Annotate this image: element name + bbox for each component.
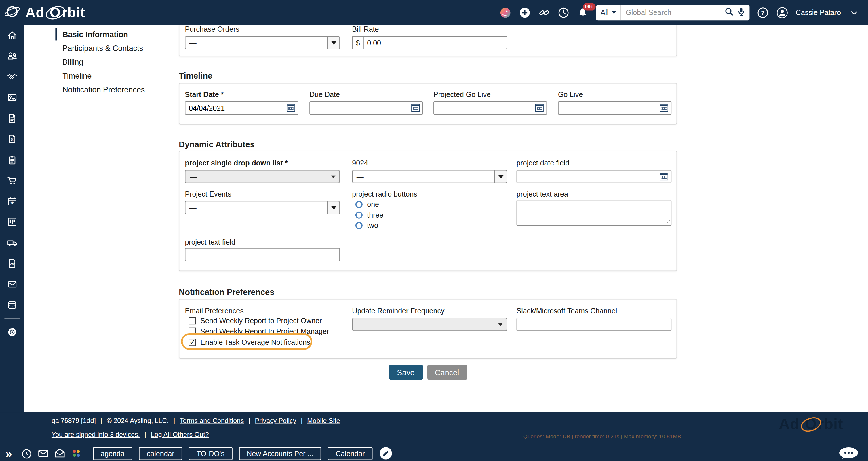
radio-icon[interactable]: [355, 212, 363, 219]
page-nav: Basic Information Participants & Contact…: [55, 28, 172, 97]
radio-icon[interactable]: [355, 201, 363, 208]
single-dropdown-select[interactable]: —: [185, 170, 340, 183]
clipboard-icon[interactable]: [0, 149, 25, 170]
project-events-select[interactable]: —: [185, 201, 340, 214]
taskbar-tab-todos[interactable]: TO-DO's: [189, 447, 232, 460]
attr-9024-select[interactable]: —: [352, 170, 507, 183]
separator: |: [145, 430, 146, 438]
calendar-icon[interactable]: [660, 173, 668, 180]
kanban-board-icon[interactable]: [0, 212, 25, 233]
w2-form-icon[interactable]: W2: [0, 253, 25, 274]
checkbox-icon[interactable]: [189, 339, 196, 346]
dropdown-arrow-icon[interactable]: [494, 170, 507, 183]
update-reminder-frequency-label: Update Reminder Frequency: [352, 307, 507, 315]
separator: |: [301, 417, 303, 425]
database-icon[interactable]: [0, 295, 25, 315]
nav-item-timeline[interactable]: Timeline: [55, 70, 172, 82]
save-button[interactable]: Save: [389, 365, 423, 380]
radio-icon[interactable]: [355, 222, 363, 229]
search-scope-select[interactable]: All: [596, 5, 621, 20]
microphone-icon[interactable]: [737, 6, 747, 19]
signed-in-devices-link[interactable]: You are signed into 3 devices.: [52, 430, 140, 438]
checkbox-icon[interactable]: [189, 317, 196, 324]
cart-icon[interactable]: [0, 170, 25, 191]
project-date-field-input[interactable]: [517, 170, 672, 183]
attr-9024-label: 9024: [352, 159, 507, 167]
help-icon[interactable]: ?: [757, 6, 769, 19]
radio-option-two[interactable]: two: [355, 221, 378, 229]
checkbox-task-overage-notifications[interactable]: Enable Task Overage Notifications: [189, 338, 310, 346]
taskbar-tab-agenda[interactable]: agenda: [93, 447, 132, 460]
link-icon[interactable]: [538, 6, 550, 19]
truck-icon[interactable]: [0, 233, 25, 253]
checkbox-icon[interactable]: [189, 328, 196, 335]
projected-go-live-input[interactable]: [433, 101, 547, 115]
nav-item-participants-contacts[interactable]: Participants & Contacts: [55, 42, 172, 54]
invoice-icon[interactable]: $: [0, 129, 25, 149]
home-icon[interactable]: [0, 25, 25, 46]
calendar-icon[interactable]: [535, 104, 544, 112]
log-all-others-out-link[interactable]: Log All Others Out?: [151, 430, 209, 438]
search-magnifier-icon[interactable]: [724, 6, 735, 19]
calendar-icon[interactable]: [660, 104, 668, 112]
notifications-bell-icon[interactable]: 99+: [577, 6, 589, 19]
taskbar-tab-new-accounts[interactable]: New Accounts Per ...: [239, 447, 321, 460]
apps-grid-icon[interactable]: [70, 447, 83, 460]
users-icon[interactable]: [0, 46, 25, 66]
notification-badge: 99+: [583, 3, 596, 10]
debug-stats: Queries: Mode: DB | render time: 0.21s |…: [523, 433, 681, 439]
taskbar-tools: [20, 447, 83, 460]
checkbox-weekly-report-owner[interactable]: Send Weekly Report to Project Owner: [189, 316, 322, 325]
checkbox-weekly-report-manager[interactable]: Send Weekly Report to Project Manager: [189, 327, 329, 336]
pencil-edit-icon[interactable]: [379, 447, 393, 460]
project-text-area[interactable]: [517, 200, 672, 225]
envelope-icon[interactable]: [36, 447, 50, 460]
dropdown-arrow-icon[interactable]: [327, 36, 340, 49]
start-date-input[interactable]: [185, 101, 298, 115]
update-reminder-frequency-select[interactable]: —: [352, 318, 507, 331]
taskbar-tab-calendar-2[interactable]: Calendar: [328, 447, 372, 460]
add-plus-icon[interactable]: [519, 6, 531, 19]
terms-link[interactable]: Terms and Conditions: [180, 417, 244, 425]
handshake-icon[interactable]: [0, 66, 25, 87]
project-text-field-input[interactable]: [185, 248, 340, 261]
purchase-orders-value: —: [185, 36, 327, 49]
calendar-icon[interactable]: [411, 104, 420, 112]
dropdown-arrow-icon[interactable]: [327, 201, 340, 214]
nav-item-basic-information[interactable]: Basic Information: [55, 28, 172, 40]
start-date-label: Start Date *: [185, 90, 298, 99]
expand-chevrons-icon[interactable]: »: [0, 448, 20, 459]
party-parrot-icon[interactable]: [499, 6, 512, 19]
brand-logo[interactable]: Ad Orbit: [0, 3, 85, 22]
calendar-icon[interactable]: [287, 104, 295, 112]
avatar-icon[interactable]: [776, 6, 788, 19]
image-icon[interactable]: [0, 87, 25, 108]
cancel-button[interactable]: Cancel: [427, 365, 467, 380]
purchase-orders-select[interactable]: —: [185, 36, 340, 49]
privacy-policy-link[interactable]: Privacy Policy: [255, 417, 297, 425]
user-name[interactable]: Cassie Pataro: [796, 8, 841, 17]
open-mail-icon[interactable]: [53, 447, 66, 460]
user-menu-chevron-icon[interactable]: [848, 6, 860, 19]
slack-teams-channel-input[interactable]: [517, 318, 672, 331]
calendar-star-icon[interactable]: ★: [0, 191, 25, 212]
radio-option-one[interactable]: one: [355, 200, 379, 209]
search-input[interactable]: [621, 8, 724, 17]
nav-item-billing[interactable]: Billing: [55, 56, 172, 68]
stopwatch-icon[interactable]: [20, 447, 33, 460]
history-clock-icon[interactable]: [557, 6, 569, 19]
radio-label: two: [367, 221, 378, 229]
nav-item-notification-preferences[interactable]: Notification Preferences: [55, 84, 172, 96]
radio-option-three[interactable]: three: [355, 211, 383, 219]
mobile-site-link[interactable]: Mobile Site: [307, 417, 340, 425]
gear-icon[interactable]: [0, 322, 25, 342]
taskbar-tab-calendar[interactable]: calendar: [139, 447, 182, 460]
file-icon[interactable]: [0, 108, 25, 129]
due-date-input[interactable]: [309, 101, 423, 115]
chat-bubble-icon[interactable]: [838, 447, 859, 461]
email-preferences-label: Email Preferences: [185, 307, 244, 315]
envelope-icon[interactable]: [0, 274, 25, 295]
bill-rate-input[interactable]: [363, 36, 507, 49]
single-dropdown-value: —: [190, 173, 197, 181]
go-live-input[interactable]: [558, 101, 672, 115]
